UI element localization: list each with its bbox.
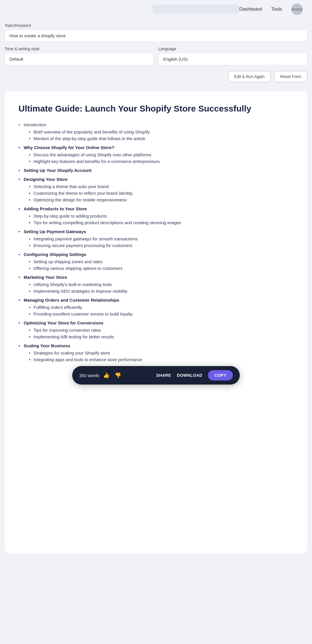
article-subsection-item: Integrating apps and tools to enhance st… <box>29 357 294 362</box>
article-section: Why Choose Shopify for Your Online Store… <box>18 145 294 164</box>
main-content: Topic/Keyword Tone & writing style Langu… <box>0 18 312 563</box>
article-section: Adding Products to Your StoreStep-by-ste… <box>18 206 294 225</box>
result-card: Ultimate Guide: Launch Your Shopify Stor… <box>5 91 307 554</box>
article-subsection-list: Integrating payment gateways for smooth … <box>24 236 294 248</box>
article-section: Setting Up Payment GatewaysIntegrating p… <box>18 229 294 248</box>
article-subsection-item: Tips for improving conversion rates <box>29 328 294 333</box>
article-subsection-item: Implementing A/B testing for better resu… <box>29 334 294 339</box>
word-count-area: 350 words 👍 👎 <box>79 372 122 379</box>
article-subsection-item: Setting up shipping zones and rates <box>29 259 294 264</box>
article-subsection-item: Brief overview of the popularity and ben… <box>29 129 294 134</box>
action-buttons: Edit & Run Again Reset Form <box>5 71 307 82</box>
toolbar-actions: SHARE DOWNLOAD COPY <box>156 370 233 381</box>
topic-field-group: Topic/Keyword <box>5 23 307 42</box>
article-section: Configuring Shipping SettingsSetting up … <box>18 252 294 271</box>
article-subsection-item: Utilizing Shopify's built-in marketing t… <box>29 282 294 287</box>
article-subsection-list: Setting up shipping zones and ratesOffer… <box>24 259 294 271</box>
download-button[interactable]: DOWNLOAD <box>177 373 202 378</box>
language-label: Language <box>158 47 307 51</box>
article-subsection-item: Strategies for scaling your Shopify stor… <box>29 350 294 355</box>
topic-label: Topic/Keyword <box>5 23 307 28</box>
article-subsection-list: Brief overview of the popularity and ben… <box>24 129 294 141</box>
edit-run-button[interactable]: Edit & Run Again <box>228 71 271 82</box>
copy-button[interactable]: COPY <box>208 370 233 381</box>
article-subsection-item: Ensuring secure payment processing for c… <box>29 243 294 248</box>
tone-input[interactable] <box>5 53 154 65</box>
article-subsection-list: Strategies for scaling your Shopify stor… <box>24 350 294 362</box>
article-subsection-item: Tips for writing compelling product desc… <box>29 220 294 225</box>
article-subsection-item: Implementing SEO strategies to improve v… <box>29 289 294 294</box>
reset-form-button[interactable]: Reset Form <box>274 71 307 82</box>
share-button[interactable]: SHARE <box>156 373 171 378</box>
tone-field-group: Tone & writing style <box>5 47 154 65</box>
article-subsection-item: Step-by-step guide to adding products <box>29 214 294 218</box>
thumbdown-button[interactable]: 👎 <box>114 372 122 379</box>
article-subsection-item: Discuss the advantages of using Shopify … <box>29 152 294 157</box>
language-input[interactable] <box>158 53 307 65</box>
article-section: Managing Orders and Customer Relationshi… <box>18 298 294 316</box>
article-section: IntroductionBrief overview of the popula… <box>18 122 294 141</box>
navbar: Dashboard Tools Avatar <box>0 0 312 18</box>
article-subsection-item: Mention of the step-by-step guide that f… <box>29 136 294 141</box>
article-subsection-item: Highlight key features and benefits for … <box>29 159 294 164</box>
tone-language-row: Tone & writing style Language <box>5 47 307 65</box>
article-subsection-list: Tips for improving conversion ratesImple… <box>24 328 294 339</box>
app-logo <box>153 5 239 14</box>
article-subsection-item: Integrating payment gateways for smooth … <box>29 236 294 241</box>
article-section: Scaling Your BusinessStrategies for scal… <box>18 343 294 362</box>
language-field-group: Language <box>158 47 307 65</box>
topic-input[interactable] <box>5 29 307 42</box>
article-section: Marketing Your StoreUtilizing Shopify's … <box>18 275 294 294</box>
article-subsection-item: Customizing the theme to reflect your br… <box>29 191 294 196</box>
nav-tools[interactable]: Tools <box>271 7 282 12</box>
article-content: IntroductionBrief overview of the popula… <box>18 122 294 362</box>
article-subsection-list: Fulfilling orders efficientlyProviding e… <box>24 305 294 316</box>
article-subsection-item: Offering various shipping options to cus… <box>29 266 294 271</box>
article-section: Setting Up Your Shopify Account <box>18 168 294 173</box>
article-subsection-item: Fulfilling orders efficiently <box>29 305 294 310</box>
tone-label: Tone & writing style <box>5 47 154 51</box>
article-subsection-list: Utilizing Shopify's built-in marketing t… <box>24 282 294 294</box>
article-section: Optimizing Your Store for ConversionsTip… <box>18 320 294 339</box>
article-subsection-list: Step-by-step guide to adding productsTip… <box>24 214 294 225</box>
article-subsection-item: Selecting a theme that suits your brand <box>29 184 294 189</box>
article-subsection-list: Selecting a theme that suits your brandC… <box>24 184 294 202</box>
article-subsection-item: Providing excellent customer service to … <box>29 311 294 316</box>
article-subsection-list: Discuss the advantages of using Shopify … <box>24 152 294 164</box>
floating-toolbar: 350 words 👍 👎 SHARE DOWNLOAD COPY <box>72 366 240 385</box>
nav-links: Dashboard Tools Avatar <box>239 3 303 15</box>
word-count-text: 350 words <box>79 373 99 378</box>
article-subsection-item: Optimizing the design for mobile respons… <box>29 197 294 202</box>
form-section: Topic/Keyword Tone & writing style Langu… <box>5 18 307 91</box>
nav-dashboard[interactable]: Dashboard <box>239 7 262 12</box>
article-section: Designing Your StoreSelecting a theme th… <box>18 177 294 202</box>
article-title: Ultimate Guide: Launch Your Shopify Stor… <box>18 103 294 114</box>
thumbup-button[interactable]: 👍 <box>102 372 111 379</box>
avatar[interactable]: Avatar <box>291 3 303 15</box>
